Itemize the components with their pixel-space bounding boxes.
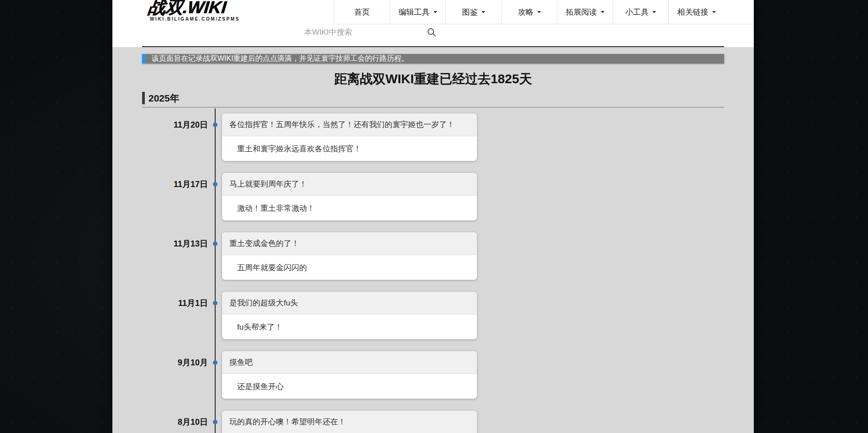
entry-date: 11月20日	[142, 113, 208, 161]
timeline-entry: 8月10日 玩的真的开心噢！希望明年还在！	[142, 411, 724, 433]
entry-content: 重土和寰宇姬永远喜欢各位指挥官！	[222, 136, 477, 161]
nav-item-label: 小工具	[625, 7, 649, 17]
timeline-entry: 9月10月 摸鱼吧 还是摸鱼开心	[142, 351, 724, 399]
main-nav: 首页 编辑工具 图鉴 攻略 拓展阅读 小工具	[334, 0, 754, 24]
notice-bar: 该页面旨在记录战双WIKI重建后的点点滴滴，并见证寰宇技师工会的行路历程。	[142, 54, 724, 64]
entry-card: 重土变成金色的了！ 五周年就要金闪闪的	[222, 232, 477, 280]
chevron-down-icon	[434, 11, 437, 15]
page-background: { "logo": { "title": "战双.WIKI", "subtitl…	[0, 0, 868, 433]
site-logo-title: 战双.WIKI	[147, 0, 241, 17]
chevron-down-icon	[712, 11, 716, 15]
chevron-down-icon	[652, 11, 656, 15]
year-section-heading: 2025年	[142, 92, 724, 107]
entry-card: 是我们的超级大fu头 fu头帮来了！	[222, 292, 477, 339]
nav-item-label: 图鉴	[462, 7, 478, 17]
entry-date: 9月10月	[142, 351, 208, 399]
entry-title: 摸鱼吧	[222, 351, 477, 374]
entry-date: 8月10日	[142, 411, 208, 433]
nav-spacer	[724, 0, 754, 24]
nav-item-extended-reading[interactable]: 拓展阅读	[557, 0, 613, 24]
search-input[interactable]	[304, 26, 409, 39]
entry-title: 重土变成金色的了！	[222, 232, 477, 255]
entry-content: 还是摸鱼开心	[222, 374, 477, 399]
timeline-dot-icon	[213, 301, 217, 305]
site-logo[interactable]: 战双.WIKI WIKI.BILIGAME.COM/ZSPMS	[148, 0, 240, 21]
search-area	[304, 26, 441, 40]
nav-item-edit-tools[interactable]: 编辑工具	[390, 0, 445, 24]
year-heading-text: 2025年	[148, 92, 180, 105]
search-icon[interactable]	[427, 27, 437, 37]
nav-item-label: 相关链接	[677, 7, 709, 17]
timeline-entry: 11月20日 各位指挥官！五周年快乐，当然了！还有我们的寰宇姬也一岁了！ 重土和…	[142, 113, 724, 161]
content-column: 战双.WIKI WIKI.BILIGAME.COM/ZSPMS 首页 编辑工具 …	[112, 0, 754, 433]
nav-item-label: 编辑工具	[399, 7, 430, 17]
nav-item-guides[interactable]: 攻略	[501, 0, 557, 24]
nav-item-home[interactable]: 首页	[334, 0, 390, 24]
timeline-dot-icon	[213, 182, 217, 187]
entry-card: 摸鱼吧 还是摸鱼开心	[222, 351, 477, 399]
timeline-dot-icon	[213, 123, 217, 127]
entry-card: 各位指挥官！五周年快乐，当然了！还有我们的寰宇姬也一岁了！ 重土和寰宇姬永远喜欢…	[222, 113, 477, 161]
nav-item-gallery[interactable]: 图鉴	[445, 0, 501, 24]
notice-text: 该页面旨在记录战双WIKI重建后的点点滴滴，并见证寰宇技师工会的行路历程。	[152, 54, 409, 64]
entry-card: 玩的真的开心噢！希望明年还在！	[222, 411, 477, 433]
nav-item-related-links[interactable]: 相关链接	[668, 0, 724, 24]
site-header: 战双.WIKI WIKI.BILIGAME.COM/ZSPMS 首页 编辑工具 …	[112, 0, 754, 47]
entry-date: 11月1日	[142, 292, 208, 339]
chevron-down-icon	[482, 11, 485, 15]
year-heading-inner: 2025年	[142, 92, 180, 104]
nav-item-label: 攻略	[518, 7, 534, 17]
timeline-dot-icon	[213, 360, 217, 365]
entry-title: 是我们的超级大fu头	[222, 292, 477, 315]
timeline: 11月20日 各位指挥官！五周年快乐，当然了！还有我们的寰宇姬也一岁了！ 重土和…	[142, 107, 724, 433]
nav-item-label: 拓展阅读	[566, 7, 597, 17]
entry-title: 马上就要到周年庆了！	[222, 173, 477, 196]
entry-content: 五周年就要金闪闪的	[222, 255, 477, 280]
entry-date: 11月13日	[142, 232, 208, 280]
timeline-entry: 11月13日 重土变成金色的了！ 五周年就要金闪闪的	[142, 232, 724, 280]
entry-title: 玩的真的开心噢！希望明年还在！	[222, 411, 477, 433]
nav-item-gadgets[interactable]: 小工具	[613, 0, 668, 24]
entry-title: 各位指挥官！五周年快乐，当然了！还有我们的寰宇姬也一岁了！	[222, 113, 477, 136]
chevron-down-icon	[537, 11, 541, 15]
timeline-entry: 11月1日 是我们的超级大fu头 fu头帮来了！	[142, 292, 724, 339]
header-divider	[142, 46, 724, 47]
entry-card: 马上就要到周年庆了！ 激动！重土非常激动！	[222, 173, 477, 220]
chevron-down-icon	[601, 11, 604, 15]
entry-date: 11月17日	[142, 173, 208, 220]
timeline-entry: 11月17日 马上就要到周年庆了！ 激动！重土非常激动！	[142, 173, 724, 220]
timeline-dot-icon	[213, 420, 217, 424]
timeline-dot-icon	[213, 241, 217, 246]
entry-content: 激动！重土非常激动！	[222, 196, 477, 220]
entry-content: fu头帮来了！	[222, 315, 477, 339]
nav-item-label: 首页	[355, 7, 370, 17]
page-title: 距离战双WIKI重建已经过去1825天	[112, 70, 754, 88]
